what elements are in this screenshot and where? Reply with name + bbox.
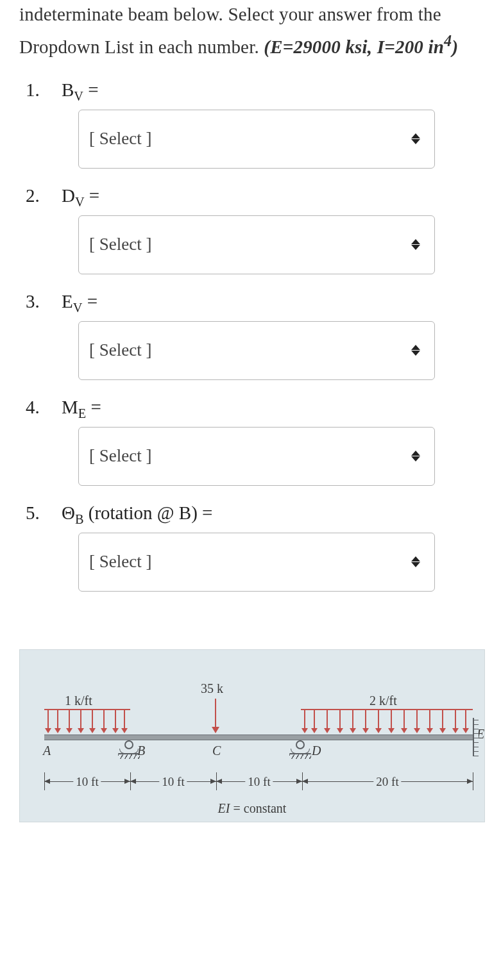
span-3: 10 ft <box>245 775 273 789</box>
question-list: BV =[ Select ]DV =[ Select ]EV =[ Select… <box>19 79 482 592</box>
question-1: BV =[ Select ] <box>19 79 482 169</box>
question-label: DV = <box>19 185 482 206</box>
intro-line-1: indeterminate beam below. Select your <box>19 4 314 24</box>
answer-select-1[interactable]: [ Select ] <box>78 110 435 169</box>
select-placeholder: [ Select ] <box>89 340 151 360</box>
select-placeholder: [ Select ] <box>89 129 151 149</box>
load-right-label: 2 k/ft <box>369 693 397 708</box>
point-d: D <box>312 743 321 758</box>
beam-diagram: 1 k/ft 35 k 2 k/ft A B C D E <box>19 649 485 822</box>
load-right-arrows <box>301 709 469 733</box>
point-c: C <box>212 743 221 758</box>
question-2: DV =[ Select ] <box>19 185 482 274</box>
span-2: 10 ft <box>159 775 187 789</box>
dimension-row: 10 ft 10 ft 10 ft 20 ft <box>44 781 473 801</box>
answer-select-5[interactable]: [ Select ] <box>78 533 435 592</box>
support-b <box>118 742 140 753</box>
span-4: 20 ft <box>373 775 401 789</box>
point-load-arrow <box>212 699 219 733</box>
select-placeholder: [ Select ] <box>89 446 151 466</box>
given-values: (E=29000 ksi, I=200 in4) <box>264 37 458 57</box>
answer-select-4[interactable]: [ Select ] <box>78 427 435 486</box>
answer-select-2[interactable]: [ Select ] <box>78 215 435 274</box>
prompt-text: indeterminate beam below. Select your an… <box>19 0 482 62</box>
point-a: A <box>43 743 51 758</box>
chevron-updown-icon <box>411 451 420 461</box>
load-left-arrows <box>44 709 128 733</box>
answer-select-3[interactable]: [ Select ] <box>78 321 435 380</box>
support-e-fixed <box>473 718 479 756</box>
question-5: ΘB (rotation @ B) =[ Select ] <box>19 502 482 592</box>
question-label: BV = <box>19 79 482 101</box>
load-left-label: 1 k/ft <box>65 693 92 708</box>
question-label: ME = <box>19 397 482 418</box>
beam-line <box>44 735 473 740</box>
chevron-updown-icon <box>411 239 420 250</box>
point-load-label: 35 k <box>201 681 223 696</box>
intro-line-3-prefix: number. <box>198 37 264 57</box>
select-placeholder: [ Select ] <box>89 235 151 254</box>
chevron-updown-icon <box>411 345 420 356</box>
support-d <box>289 742 311 753</box>
question-3: EV =[ Select ] <box>19 291 482 380</box>
span-1: 10 ft <box>73 775 101 789</box>
select-placeholder: [ Select ] <box>89 552 151 572</box>
chevron-updown-icon <box>411 556 420 567</box>
question-4: ME =[ Select ] <box>19 397 482 486</box>
question-label: EV = <box>19 291 482 312</box>
chevron-updown-icon <box>411 133 420 144</box>
ei-note: EI = constant <box>218 801 287 816</box>
question-label: ΘB (rotation @ B) = <box>19 502 482 524</box>
